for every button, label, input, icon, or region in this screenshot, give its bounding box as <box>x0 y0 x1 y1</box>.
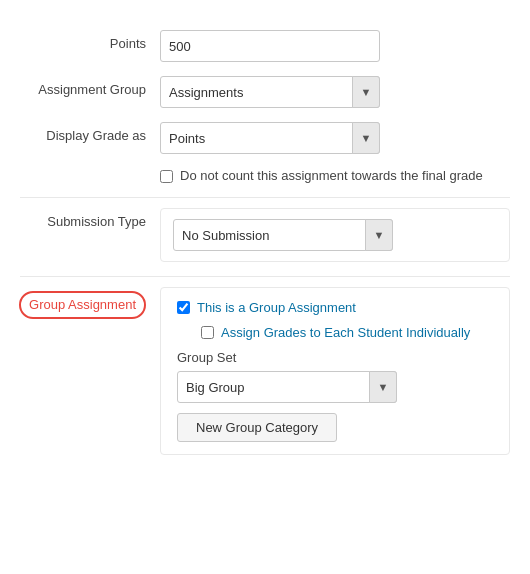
final-grade-checkbox-label: Do not count this assignment towards the… <box>180 168 483 183</box>
assignment-group-label: Assignment Group <box>20 76 160 97</box>
group-assignment-label: Group Assignment <box>19 291 146 319</box>
assignment-group-row: Assignment Group Assignments Quizzes Exa… <box>20 76 510 108</box>
group-assignment-row: Group Assignment This is a Group Assignm… <box>20 287 510 455</box>
points-label: Points <box>20 30 160 51</box>
submission-type-label: Submission Type <box>20 208 160 229</box>
assignment-group-select-wrapper: Assignments Quizzes Exams Participation … <box>160 76 380 108</box>
is-group-assignment-row: This is a Group Assignment <box>177 300 493 315</box>
display-grade-select-wrapper: Points Percentage Complete/Incomplete Le… <box>160 122 380 154</box>
group-set-select[interactable]: Big Group Small Group Project Groups <box>177 371 397 403</box>
display-grade-label: Display Grade as <box>20 122 160 143</box>
new-group-category-button[interactable]: New Group Category <box>177 413 337 442</box>
group-set-label: Group Set <box>177 350 493 365</box>
assignment-group-control: Assignments Quizzes Exams Participation … <box>160 76 510 108</box>
is-group-assignment-label: This is a Group Assignment <box>197 300 356 315</box>
final-grade-checkbox[interactable] <box>160 170 173 183</box>
points-input[interactable] <box>160 30 380 62</box>
submission-type-select-wrapper: No Submission Online On Paper External T… <box>173 219 393 251</box>
is-group-assignment-checkbox[interactable] <box>177 301 190 314</box>
assign-grades-checkbox[interactable] <box>201 326 214 339</box>
points-control <box>160 30 510 62</box>
group-set-select-wrapper: Big Group Small Group Project Groups ▼ <box>177 371 397 403</box>
display-grade-control: Points Percentage Complete/Incomplete Le… <box>160 122 510 154</box>
group-assignment-content: This is a Group Assignment Assign Grades… <box>160 287 510 455</box>
assign-grades-row: Assign Grades to Each Student Individual… <box>177 325 493 340</box>
assign-grades-label: Assign Grades to Each Student Individual… <box>221 325 470 340</box>
divider-2 <box>20 276 510 277</box>
group-assignment-label-wrapper: Group Assignment <box>20 287 160 319</box>
submission-type-box: No Submission Online On Paper External T… <box>160 208 510 262</box>
submission-type-control: No Submission Online On Paper External T… <box>160 208 510 262</box>
display-grade-select[interactable]: Points Percentage Complete/Incomplete Le… <box>160 122 380 154</box>
submission-type-select[interactable]: No Submission Online On Paper External T… <box>173 219 393 251</box>
submission-type-row: Submission Type No Submission Online On … <box>20 208 510 262</box>
assignment-group-select[interactable]: Assignments Quizzes Exams Participation <box>160 76 380 108</box>
final-grade-row: Do not count this assignment towards the… <box>20 168 510 183</box>
points-row: Points <box>20 30 510 62</box>
display-grade-row: Display Grade as Points Percentage Compl… <box>20 122 510 154</box>
divider-1 <box>20 197 510 198</box>
